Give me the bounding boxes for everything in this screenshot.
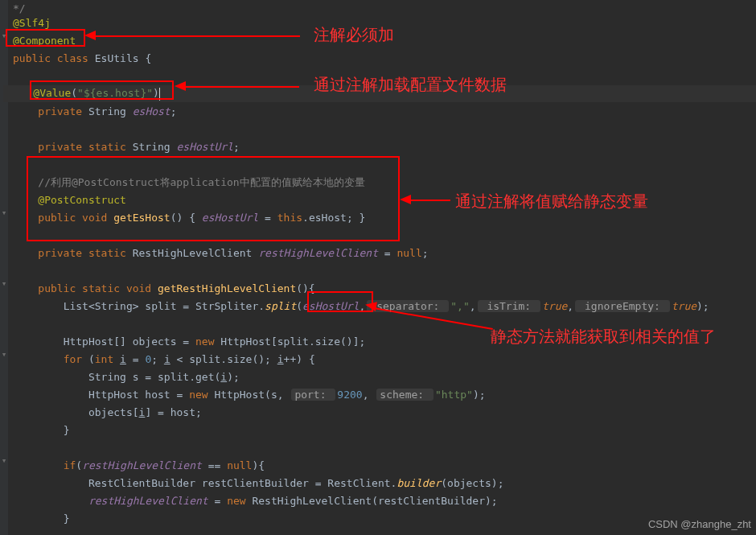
code-text: this xyxy=(277,212,302,224)
code-text: List<String> split = StrSpliter. xyxy=(64,300,265,312)
code-text: ); xyxy=(473,389,486,401)
code-text: "," xyxy=(450,300,469,312)
code-text: String s = split.get( xyxy=(88,371,220,383)
code-text: String xyxy=(133,141,177,153)
code-text: if xyxy=(64,459,76,471)
code-text: i xyxy=(120,353,126,365)
code-text: public void xyxy=(38,212,113,224)
code-text: (objects); xyxy=(441,477,503,489)
gutter-collapse-icon[interactable]: ▾ xyxy=(0,32,8,40)
method-getEsHost: getEsHost xyxy=(113,212,170,224)
code-text: ; xyxy=(422,247,429,259)
code-text: ( xyxy=(88,353,95,365)
code-text: new xyxy=(195,335,220,348)
code-text: ) xyxy=(153,87,159,99)
code-text: ; } xyxy=(347,212,365,224)
code-text: restHighLevelClient xyxy=(88,495,208,507)
code-text: true xyxy=(672,300,696,312)
code-text: public class xyxy=(13,52,95,64)
code-text: true xyxy=(542,300,567,312)
code-text: ; xyxy=(171,105,177,117)
comment-text: //利用@PostConstruct将application中配置的值赋给本地的… xyxy=(38,176,364,188)
code-text: ] = host; xyxy=(145,406,201,418)
field-restHighLevelClient: restHighLevelClient xyxy=(258,247,378,259)
annotation-slf4j: @Slf4j xyxy=(13,17,51,29)
param-hint: ignoreEmpty: xyxy=(575,300,670,312)
code-text: , xyxy=(363,389,376,401)
gutter-collapse-icon[interactable]: ▾ xyxy=(0,209,8,217)
code-text: for xyxy=(64,353,88,365)
class-name: EsUtils xyxy=(95,52,146,64)
code-text: null xyxy=(227,459,252,471)
code-text: private static xyxy=(38,141,132,153)
annotation-value: @Value xyxy=(33,87,71,99)
code-text: i xyxy=(277,353,284,365)
code-text: private static xyxy=(38,247,132,259)
code-text: objects[ xyxy=(88,406,139,418)
code-text: private xyxy=(38,105,88,117)
code-text: restHighLevelClient xyxy=(82,459,202,471)
code-text: esHostUrl xyxy=(202,212,258,224)
code-text: HttpHost[] objects = xyxy=(64,335,195,348)
code-text: , xyxy=(567,300,573,312)
field-esHost: esHost xyxy=(133,105,171,117)
code-text: ); xyxy=(227,371,240,383)
code-text: i xyxy=(220,371,227,383)
code-text: } xyxy=(64,512,70,525)
param-hint: scheme: xyxy=(376,389,433,401)
code-text: } xyxy=(64,424,70,436)
code-text: ; xyxy=(151,353,164,365)
editor-gutter: ▾ ▾ ▾ ▾ ▾ xyxy=(0,0,8,535)
code-text: new xyxy=(227,495,252,507)
code-text: < split.size(); xyxy=(171,353,277,365)
code-text: split xyxy=(265,300,296,312)
code-text: public static void xyxy=(38,282,158,294)
code-text: (){ xyxy=(296,282,314,294)
code-text: ; xyxy=(233,141,240,153)
code-text: HttpHost(s, xyxy=(214,389,290,401)
annotation-postconstruct: @PostConstruct xyxy=(38,194,126,206)
code-text: String xyxy=(88,105,133,117)
method-getRestHighLevelClient: getRestHighLevelClient xyxy=(158,282,296,294)
code-text: builder xyxy=(396,477,441,489)
code-text: */ xyxy=(13,2,26,14)
param-hint: isTrim: xyxy=(478,300,540,312)
gutter-collapse-icon[interactable]: ▾ xyxy=(0,280,8,288)
code-text: ); xyxy=(696,300,709,312)
gutter-collapse-icon[interactable]: ▾ xyxy=(0,351,8,359)
code-text: RestClientBuilder restClientBuilder = Re… xyxy=(88,477,397,489)
param-hint: port: xyxy=(291,389,335,401)
code-text: int xyxy=(95,353,120,365)
port-number: 9200 xyxy=(337,389,362,401)
text-cursor xyxy=(159,88,161,101)
code-text: HttpHost[split.size()]; xyxy=(220,335,365,348)
gutter-collapse-icon[interactable]: ▾ xyxy=(0,457,8,465)
code-text: , xyxy=(470,300,476,312)
code-text: = xyxy=(258,212,277,224)
watermark: CSDN @zhanghe_zht xyxy=(648,518,751,530)
param-hint: separator: xyxy=(367,300,449,312)
code-text: = xyxy=(208,495,227,507)
code-text: new xyxy=(189,389,214,401)
code-editor[interactable]: */ @Slf4j @Component public class EsUtil… xyxy=(8,0,756,535)
code-text: RestHighLevelClient(restClientBuilder); xyxy=(252,495,497,507)
code-text: ( xyxy=(296,300,302,312)
code-text: null xyxy=(396,247,421,259)
value-string: "${es.host}" xyxy=(77,87,153,99)
code-text: ){ xyxy=(252,459,265,471)
code-text: ( xyxy=(76,459,82,471)
code-text: ( xyxy=(71,87,77,99)
annotation-component: @Component xyxy=(13,35,76,47)
code-text: HttpHost host = xyxy=(88,389,189,401)
field-esHostUrl: esHostUrl xyxy=(177,141,233,153)
code-text: ++) { xyxy=(284,353,315,365)
code-text: , xyxy=(360,300,366,312)
code-text: = xyxy=(126,353,145,365)
arg-esHostUrl: esHostUrl xyxy=(302,300,359,312)
code-text: i xyxy=(164,353,171,365)
code-text: = xyxy=(378,247,396,259)
scheme-string: "http" xyxy=(435,389,473,401)
code-text: .esHost xyxy=(302,212,347,224)
code-text: () { xyxy=(171,212,202,224)
code-text: == xyxy=(202,459,227,471)
